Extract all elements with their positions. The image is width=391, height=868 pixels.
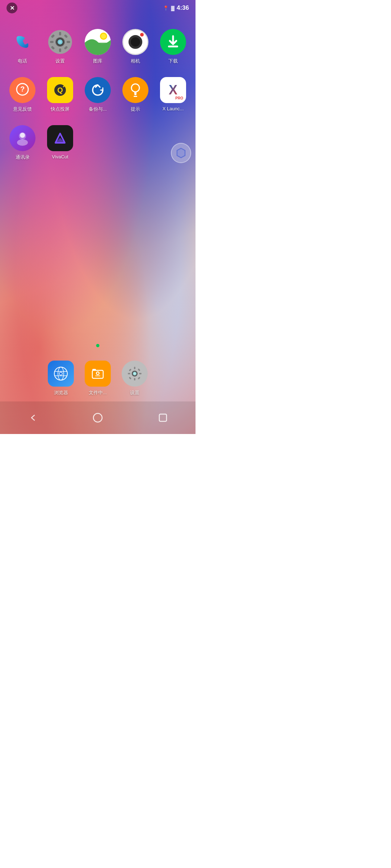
app-tips[interactable]: 提示 [117,73,154,116]
app-cast[interactable]: Q 快点投屏 [41,73,79,116]
svg-text:Q: Q [57,86,63,94]
settings-label: 设置 [55,58,65,64]
floating-button[interactable] [171,143,191,163]
tips-icon [122,77,148,103]
cast-label: 快点投屏 [51,106,70,112]
app-phone[interactable]: 电话 [4,25,41,68]
svg-rect-23 [134,96,137,97]
contacts-icon [9,125,35,151]
svg-rect-43 [134,378,135,380]
app-vivacut[interactable]: VivaCut [41,122,79,164]
camera-icon [122,29,148,55]
phone-icon [9,29,35,55]
svg-point-26 [17,139,28,146]
app-gallery[interactable]: 图库 [79,25,117,68]
svg-rect-5 [59,48,61,52]
status-right: 📍 ▓ 4:36 [163,4,189,12]
filemanager-label: 文件中... [89,390,107,396]
camera-label: 相机 [131,58,140,64]
cast-icon: Q [47,77,73,103]
xlauncher-icon: X PRO [160,77,186,103]
tips-label: 提示 [131,106,140,112]
bottom-nav [0,401,196,434]
app-grid-row1: 电话 [0,14,196,72]
svg-rect-42 [134,367,135,369]
app-xlauncher[interactable]: X PRO X Launc... [154,73,192,116]
app-feedback[interactable]: ? 意见反馈 [4,73,41,116]
download-label: 下载 [168,58,178,64]
svg-rect-44 [128,373,130,374]
svg-point-15 [101,34,106,39]
svg-rect-45 [139,373,142,374]
svg-rect-51 [159,414,167,421]
dock: 浏览器 文件中... [37,357,159,400]
app-grid-row2: ? 意见反馈 Q 快点投屏 [0,72,196,120]
vivacut-icon [47,125,73,151]
svg-rect-22 [134,92,136,95]
settings2-label: 设置 [130,390,139,396]
svg-point-32 [60,373,62,375]
app-settings[interactable]: 设置 [41,25,79,68]
svg-rect-16 [168,46,178,47]
app-contacts[interactable]: 通讯录 [4,122,41,164]
svg-rect-6 [50,41,54,43]
svg-text:?: ? [20,85,25,93]
contacts-label: 通讯录 [16,154,30,161]
dock-browser[interactable]: 浏览器 [48,361,74,396]
app-backup[interactable]: 备份与... [79,73,117,116]
phone-label: 电话 [18,58,27,64]
xlauncher-label: X Launc... [163,106,184,111]
recents-button[interactable] [154,409,172,427]
feedback-icon: ? [9,77,35,103]
close-button[interactable]: ✕ [7,3,17,13]
status-left: ✕ [7,3,17,13]
svg-point-35 [97,373,99,374]
app-grid-row3: 通讯录 VivaCut [0,120,196,168]
svg-rect-37 [92,369,96,371]
location-icon: 📍 [163,5,169,11]
svg-point-50 [93,413,102,422]
vivacut-label: VivaCut [52,154,68,159]
back-button[interactable] [24,409,42,427]
time-display: 4:36 [177,4,189,12]
settings-icon [47,29,73,55]
dock-filemanager[interactable]: 文件中... [85,361,111,396]
gallery-icon [85,29,111,55]
gallery-label: 图库 [93,58,102,64]
browser-dock-icon [48,361,74,387]
svg-point-3 [59,41,61,43]
svg-point-25 [20,133,25,138]
svg-point-21 [131,84,139,92]
svg-point-41 [134,373,136,375]
app-camera[interactable]: 相机 [117,25,154,68]
download-icon [160,29,186,55]
dock-settings[interactable]: 设置 [122,361,148,396]
filemanager-dock-icon [85,361,111,387]
backup-icon [85,77,111,103]
backup-label: 备份与... [89,106,107,112]
home-button[interactable] [89,409,107,427]
screen: ✕ 📍 ▓ 4:36 电话 [0,0,196,434]
browser-label: 浏览器 [54,390,68,396]
page-indicators [96,344,100,347]
svg-rect-4 [59,32,61,35]
battery-icon: ▓ [171,5,174,11]
feedback-label: 意见反馈 [13,106,32,112]
svg-rect-36 [95,375,100,376]
status-bar: ✕ 📍 ▓ 4:36 [0,0,196,14]
svg-rect-7 [67,41,70,43]
app-download[interactable]: 下载 [154,25,192,68]
page-dot-1[interactable] [96,344,100,347]
settings2-dock-icon [122,361,148,387]
